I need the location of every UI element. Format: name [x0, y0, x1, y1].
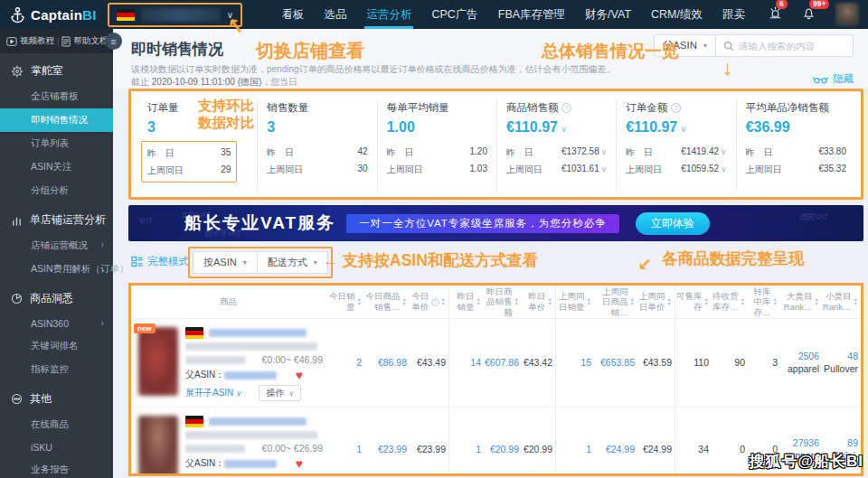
- col-header-9[interactable]: 上周同日单价▲▼: [637, 286, 675, 318]
- sidebar-item-分组分析[interactable]: 分组分析: [0, 179, 113, 202]
- hide-panel-link[interactable]: 隐藏: [813, 72, 854, 86]
- nav-item-看板[interactable]: 看板: [281, 0, 304, 29]
- sidebar-item-全店铺看板[interactable]: 全店铺看板: [0, 85, 113, 108]
- col-header-10[interactable]: 可售库存▲▼: [675, 286, 712, 318]
- sidebar-item-指标监控[interactable]: 指标监控: [0, 358, 113, 381]
- sidebar-collapse-button[interactable]: ≡: [105, 33, 122, 50]
- stat-compare-rows: 昨 日35上周同日29: [141, 141, 237, 183]
- sort-arrows-icon[interactable]: ▲▼: [773, 297, 778, 307]
- search-input[interactable]: [739, 41, 845, 52]
- col-header-11[interactable]: 待收货库存…▲▼: [712, 286, 748, 318]
- stat-card-销售数量: 销售数量3昨 日42上周同日30: [257, 99, 376, 192]
- sort-arrows-icon[interactable]: ▲▼: [704, 297, 709, 307]
- help-doc-link[interactable]: 帮助文档: [61, 35, 108, 47]
- col-header-7[interactable]: 上周同日销量▲▼: [556, 286, 594, 318]
- col-header-5[interactable]: 昨日商品销售额▲▼: [484, 286, 522, 318]
- sort-arrows-icon[interactable]: ▲▼: [854, 297, 858, 307]
- col-header-4[interactable]: 昨日销量▲▼: [449, 286, 484, 318]
- nav-item-跟卖[interactable]: 跟卖: [722, 0, 745, 29]
- notifications-button[interactable]: 99+: [802, 6, 816, 23]
- cell-7: 15: [556, 319, 594, 407]
- stat-value: €110.97∨: [506, 119, 607, 136]
- product-image-blurred: [138, 416, 178, 476]
- favorite-heart-icon[interactable]: ♥: [296, 457, 303, 470]
- help-icon[interactable]: ?: [561, 103, 571, 113]
- sort-arrows-icon[interactable]: ▲▼: [476, 297, 481, 307]
- nav-item-CPC广告[interactable]: CPC广告: [431, 0, 477, 29]
- caret-down-icon[interactable]: ∨: [601, 164, 608, 173]
- nav-item-CRM/绩效[interactable]: CRM/绩效: [651, 0, 703, 29]
- sort-arrows-icon[interactable]: ▲▼: [548, 297, 552, 307]
- product-image[interactable]: [138, 416, 178, 476]
- product-title-blurred[interactable]: [209, 417, 307, 426]
- parent-asin-blurred: [224, 460, 277, 468]
- action-button[interactable]: 操作∨: [259, 473, 301, 476]
- sort-arrows-icon[interactable]: ▲▼: [357, 297, 362, 307]
- sidebar-item-订单列表[interactable]: 订单列表: [0, 132, 113, 155]
- user-avatar[interactable]: [835, 3, 859, 26]
- sort-arrows-icon[interactable]: ▲▼: [815, 297, 819, 307]
- col-header-8[interactable]: 上周同日商品销…▲▼: [594, 286, 637, 318]
- sidebar-item-关键词排名[interactable]: 关键词排名: [0, 334, 113, 358]
- caret-down-icon[interactable]: ∨: [601, 147, 608, 156]
- product-text-blurred: [185, 356, 245, 364]
- action-button[interactable]: 操作∨: [259, 385, 301, 401]
- vat-ad-banner[interactable]: 船长专业VAT服务 一对一全方位VAT专家级坐席服务，为您分秒必争 立即体验 美…: [128, 205, 863, 241]
- sidebar-item-业务报告[interactable]: 业务报告: [0, 458, 113, 478]
- col-header-1[interactable]: 今日销量▲▼: [328, 286, 364, 318]
- col-header-14[interactable]: 小类目Rank…▲▼: [822, 286, 861, 318]
- video-tutorial-link[interactable]: 视频教程: [6, 35, 54, 47]
- compare-label: 上周同日: [147, 164, 184, 177]
- product-image[interactable]: new: [138, 327, 178, 396]
- banner-cta-button[interactable]: 立即体验: [636, 212, 710, 235]
- nav-item-财务/VAT[interactable]: 财务/VAT: [585, 0, 631, 29]
- full-mode-toggle[interactable]: 完整模式: [131, 255, 189, 268]
- col-header-12[interactable]: 转库中库存…▲▼: [748, 286, 780, 318]
- stat-value: €36.99: [746, 119, 846, 136]
- store-selector[interactable]: ∨: [108, 3, 242, 27]
- filter-button-配送方式[interactable]: 配送方式▾: [258, 251, 328, 274]
- sidebar-item-iSKU[interactable]: iSKU: [0, 436, 113, 458]
- sort-arrows-icon[interactable]: ▲▼: [587, 297, 591, 307]
- nav-item-运营分析[interactable]: 运营分析: [366, 0, 411, 29]
- sort-arrows-icon[interactable]: ▲▼: [667, 297, 672, 307]
- sort-arrows-icon[interactable]: ▲▼: [514, 297, 519, 307]
- caret-down-icon[interactable]: ∨: [721, 147, 727, 156]
- sidebar-item-即时销售情况[interactable]: 即时销售情况: [0, 108, 113, 132]
- col-header-2[interactable]: 今日商品销售…▲▼: [364, 286, 410, 318]
- col-header-label: 小类目Rank…: [822, 291, 852, 312]
- stat-label: 订单金额?: [626, 101, 726, 115]
- caret-down-icon[interactable]: ∨: [680, 124, 686, 134]
- cell-10: 34: [675, 408, 712, 476]
- sidebar-item-店铺运营概况[interactable]: 店铺运营概况›: [0, 234, 113, 258]
- filter-button-按ASIN[interactable]: 按ASIN▾: [193, 251, 258, 274]
- annotation-arrow-up-icon: ↖: [225, 14, 246, 40]
- expand-child-asin-link[interactable]: 展开子ASIN ∨: [185, 475, 241, 476]
- favorite-heart-icon[interactable]: ♥: [296, 369, 303, 381]
- product-title-blurred[interactable]: [209, 329, 307, 337]
- sort-arrows-icon[interactable]: ▲▼: [402, 297, 407, 307]
- help-icon[interactable]: ?: [671, 103, 681, 113]
- expand-child-asin-link[interactable]: 展开子ASIN ∨: [185, 387, 241, 399]
- sidebar-item-在线商品[interactable]: 在线商品: [0, 413, 113, 436]
- nav-item-FBA库存管理[interactable]: FBA库存管理: [498, 0, 565, 29]
- sidebar-item-ASIN关注[interactable]: ASIN关注: [0, 155, 113, 179]
- caret-down-icon[interactable]: ∨: [561, 124, 567, 134]
- col-header-6[interactable]: 昨日单价▲▼: [522, 286, 556, 318]
- top-navigation: 看板选品运营分析CPC广告FBA库存管理财务/VATCRM/绩效跟卖: [281, 0, 745, 29]
- col-header-3[interactable]: 今日单价?▲▼: [410, 286, 449, 318]
- col-header-label: 上周同日单价: [637, 291, 665, 312]
- sidebar-item-ASIN360[interactable]: ASIN360›: [0, 313, 113, 334]
- alarm-button[interactable]: 6: [769, 6, 782, 23]
- sort-arrows-icon[interactable]: ▲▼: [630, 297, 635, 307]
- sidebar-item-ASIN费用解析（订单）[interactable]: ASIN费用解析（订单）: [0, 258, 113, 281]
- captainbi-logo[interactable]: CaptainBI: [9, 6, 97, 23]
- top-bar: CaptainBI ∨ 看板选品运营分析CPC广告FBA库存管理财务/VATCR…: [0, 0, 868, 29]
- col-header-13[interactable]: 大类目Rank…▲▼: [780, 286, 822, 318]
- nav-item-选品[interactable]: 选品: [324, 0, 346, 29]
- stat-card-平均单品净销售额: 平均单品净销售额€36.99昨 日€33.80上周同日€35.32: [736, 99, 855, 192]
- helm-icon: [11, 65, 24, 78]
- sort-arrows-icon[interactable]: ▲▼: [441, 297, 446, 307]
- sort-arrows-icon[interactable]: ▲▼: [741, 297, 745, 307]
- caret-down-icon[interactable]: ∨: [721, 164, 727, 173]
